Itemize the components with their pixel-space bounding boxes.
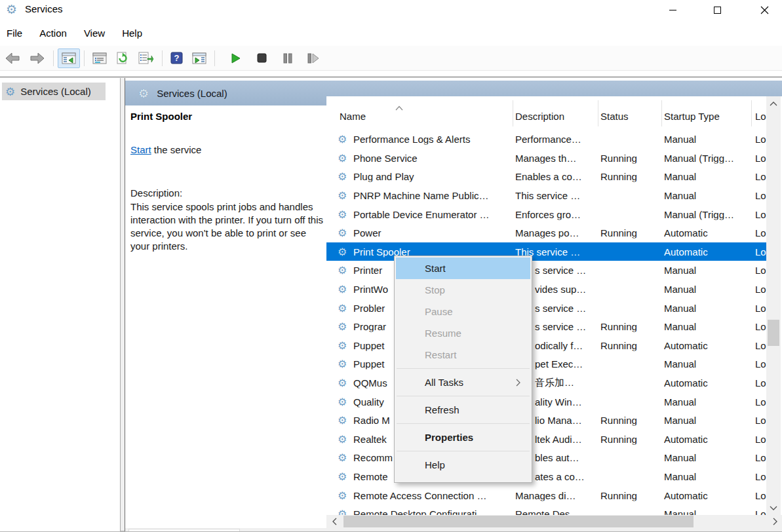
service-row[interactable]: ⚙Realtekltek Audi…RunningAutomaticLo (326, 430, 766, 449)
context-menu-item-properties[interactable]: Properties (395, 427, 532, 448)
menu-help[interactable]: Help (122, 25, 142, 41)
service-row[interactable]: ⚙Remote Access Connection …Manages di…Ru… (326, 485, 766, 504)
context-menu-item-refresh[interactable]: Refresh (395, 399, 532, 421)
restart-service-icon (307, 53, 319, 64)
column-separator[interactable] (598, 100, 598, 126)
service-log-on-as-cell: Lo (755, 227, 766, 238)
service-row[interactable]: ⚙Remote Desktop Configurati…Remote Des…M… (326, 504, 766, 515)
service-row[interactable]: ⚙QQMus音乐加…AutomaticLo (326, 373, 766, 392)
service-status-cell: Running (600, 415, 661, 426)
service-description-cell: s service … (535, 265, 596, 276)
service-row[interactable]: ⚙Portable Device Enumerator …Enforces gr… (326, 204, 766, 223)
service-description-cell: 音乐加… (535, 377, 596, 389)
service-startup-type-cell: Automatic (664, 246, 751, 257)
maximize-icon (714, 7, 721, 14)
stop-service-button[interactable] (253, 48, 271, 68)
menu-separator (397, 423, 530, 424)
menu-view[interactable]: View (84, 25, 105, 41)
service-row[interactable]: ⚙Progrars service …RunningManualLo (326, 317, 766, 336)
context-menu-item-all-tasks[interactable]: All Tasks (395, 371, 532, 393)
service-gear-icon: ⚙ (338, 301, 347, 314)
properties-toolbar-button[interactable] (88, 48, 111, 68)
refresh-button[interactable] (112, 48, 133, 68)
window-title: Services (25, 3, 63, 14)
menu-item-label: All Tasks (425, 377, 463, 388)
menu-file[interactable]: File (7, 25, 22, 41)
service-row[interactable]: ⚙PowerManages po…RunningAutomaticLo (326, 223, 766, 242)
service-row[interactable]: ⚙Puppetpet Exec…ManualLo (326, 354, 766, 373)
service-log-on-as-cell: Lo (755, 508, 766, 515)
column-header-log-on-as[interactable]: Lo (755, 111, 766, 122)
service-info-pane: Print Spooler (130, 111, 324, 122)
service-row[interactable]: ⚙Problers service …ManualLo (326, 298, 766, 317)
service-row[interactable]: ⚙Plug and PlayEnables a co…RunningManual… (326, 167, 766, 186)
service-name-cell: Portable Device Enumerator … (353, 208, 512, 219)
column-header-startup-type[interactable]: Startup Type (664, 111, 720, 122)
chevron-right-icon (773, 518, 777, 525)
help-button[interactable]: ? (166, 48, 187, 68)
scroll-left-button[interactable] (328, 515, 341, 528)
service-log-on-as-cell: Lo (755, 152, 766, 163)
service-row[interactable]: ⚙Recommbles aut…ManualLo (326, 448, 766, 467)
forward-button[interactable] (26, 48, 49, 68)
scroll-right-button[interactable] (768, 515, 781, 528)
back-button[interactable] (1, 48, 24, 68)
minimize-button[interactable] (657, 0, 688, 20)
service-startup-type-cell: Manual (664, 190, 751, 201)
menu-action[interactable]: Action (39, 25, 67, 41)
service-log-on-as-cell: Lo (755, 321, 766, 332)
vertical-scroll-thumb[interactable] (768, 320, 779, 346)
column-header-name[interactable]: Name (340, 111, 366, 122)
context-menu-item-help[interactable]: Help (395, 454, 532, 476)
service-row[interactable]: ⚙Puppetodically f…RunningAutomaticLo (326, 336, 766, 355)
service-description-cell: Remote Des… (515, 508, 596, 515)
maximize-button[interactable] (702, 0, 732, 20)
service-log-on-as-cell: Lo (755, 302, 766, 313)
service-row[interactable]: ⚙PrintWovides sup…ManualLo (326, 280, 766, 299)
service-startup-type-cell: Manual (664, 134, 751, 145)
service-row[interactable]: ⚙Print SpoolerThis service …AutomaticLo (326, 242, 766, 261)
start-service-link[interactable]: Start (130, 144, 151, 155)
start-service-button[interactable] (227, 48, 244, 68)
column-header-description[interactable]: Description (515, 111, 564, 122)
restart-service-button[interactable] (303, 48, 323, 68)
column-separator[interactable] (513, 100, 513, 126)
show-console-tree-button[interactable] (58, 48, 80, 68)
main-content: ⚙ Services (Local) ⚙ Services (Local) Pr… (0, 77, 782, 532)
service-row[interactable]: ⚙Remoteates a co…ManualLo (326, 467, 766, 486)
tree-item-services-local[interactable]: ⚙ Services (Local) (2, 83, 106, 100)
service-row[interactable]: ⚙Radio Mlio Mana…RunningManualLo (326, 411, 766, 430)
menu-item-label: Restart (425, 349, 456, 360)
service-startup-type-cell: Automatic (664, 227, 751, 238)
show-console-tree-icon (62, 52, 76, 64)
service-log-on-as-cell: Lo (755, 246, 766, 257)
service-row[interactable]: ⚙PNRP Machine Name Public…This service …… (326, 186, 766, 205)
service-description-cell: Manages di… (515, 489, 596, 501)
service-status-cell: Running (600, 152, 661, 163)
horizontal-scrollbar[interactable] (326, 515, 782, 528)
service-gear-icon: ⚙ (338, 320, 347, 333)
services-gear-icon: ⚙ (5, 85, 15, 98)
pause-service-button[interactable] (279, 48, 296, 68)
service-log-on-as-cell: Lo (755, 415, 766, 426)
service-log-on-as-cell: Lo (755, 265, 766, 276)
column-header-status[interactable]: Status (600, 111, 629, 122)
service-row[interactable]: ⚙Qualityality Win…ManualLo (326, 392, 766, 411)
show-action-pane-button[interactable] (188, 48, 210, 68)
service-gear-icon: ⚙ (338, 432, 347, 445)
scroll-down-button[interactable] (766, 501, 781, 515)
service-startup-type-cell: Manual (664, 470, 751, 482)
service-row[interactable]: ⚙Phone ServiceManages th…RunningManual (… (326, 149, 766, 168)
horizontal-scroll-thumb[interactable] (343, 516, 694, 527)
context-menu-item-start[interactable]: Start (396, 257, 530, 279)
vertical-scrollbar[interactable] (766, 96, 781, 515)
export-list-button[interactable] (134, 48, 158, 68)
column-separator[interactable] (661, 100, 662, 126)
service-row[interactable]: ⚙Performance Logs & AlertsPerformance…Ma… (326, 130, 766, 149)
column-separator[interactable] (751, 100, 752, 126)
extended-tab[interactable] (128, 529, 240, 531)
scroll-up-button[interactable] (766, 96, 781, 111)
close-button[interactable] (749, 0, 779, 20)
service-row[interactable]: ⚙Printers service …ManualLo (326, 261, 766, 280)
service-gear-icon: ⚙ (338, 189, 347, 202)
